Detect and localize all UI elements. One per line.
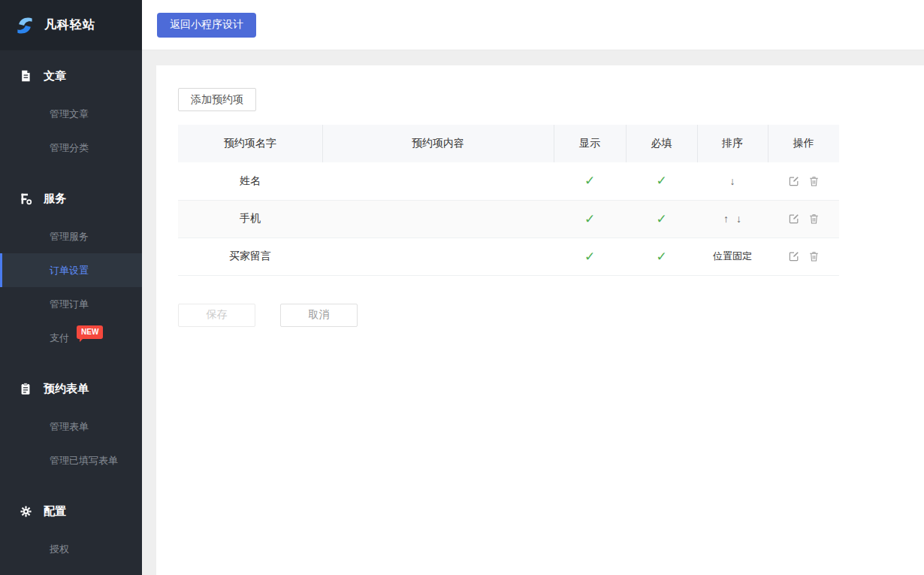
item-content (322, 162, 554, 200)
main-area: 返回小程序设计 添加预约项 预约项名字 预约项内容 显示 必填 (142, 0, 924, 575)
display-check-icon[interactable]: ✓ (584, 212, 595, 226)
sidebar-item-label: 管理分类 (50, 141, 89, 155)
new-badge: NEW (77, 325, 103, 339)
booking-items-table: 预约项名字 预约项内容 显示 必填 排序 操作 姓名 (178, 125, 839, 276)
sidebar-item-manage-filled-forms[interactable]: 管理已填写表单 (0, 443, 142, 477)
sidebar-section-services: 服务 (0, 183, 142, 213)
item-content (322, 238, 554, 275)
form-icon (19, 382, 32, 395)
sidebar-section-booking-forms: 预约表单 (0, 374, 142, 404)
item-name: 手机 (178, 200, 322, 238)
back-to-designer-button[interactable]: 返回小程序设计 (157, 13, 256, 38)
sort-up-icon[interactable]: ↑ (723, 213, 729, 225)
sidebar-items-booking-forms: 管理表单 管理已填写表单 (0, 410, 142, 477)
topbar: 返回小程序设计 (142, 0, 924, 50)
service-icon (19, 192, 32, 205)
sidebar-item-manage-forms[interactable]: 管理表单 (0, 410, 142, 443)
logo-row: 凡科轻站 (0, 0, 142, 50)
brand-logo-icon (14, 14, 36, 37)
app-title: 凡科轻站 (44, 17, 95, 33)
sidebar-item-manage-categories[interactable]: 管理分类 (0, 131, 142, 165)
sidebar-section-label: 配置 (44, 504, 66, 519)
delete-icon[interactable] (808, 250, 820, 262)
sidebar-section-label: 服务 (44, 192, 66, 206)
sidebar-item-payment[interactable]: 支付 NEW (0, 321, 142, 355)
sidebar-items-config: 授权 (0, 532, 142, 566)
required-check-icon[interactable]: ✓ (656, 174, 666, 188)
column-header-required: 必填 (626, 125, 697, 162)
sidebar-item-manage-services[interactable]: 管理服务 (0, 219, 142, 253)
sidebar-section-label: 预约表单 (44, 382, 89, 396)
sidebar-section-label: 文章 (44, 69, 66, 83)
sidebar-item-manage-orders[interactable]: 管理订单 (0, 287, 142, 321)
sort-fixed-label: 位置固定 (713, 250, 752, 262)
sidebar-item-label: 管理表单 (50, 420, 89, 434)
edit-icon[interactable] (788, 250, 800, 262)
sidebar-item-label: 支付 (50, 331, 69, 345)
sidebar-item-label: 订单设置 (50, 264, 89, 277)
sidebar-section-articles: 文章 (0, 61, 142, 91)
item-content (322, 200, 554, 238)
article-icon (19, 69, 32, 83)
required-check-icon[interactable]: ✓ (656, 250, 666, 264)
sidebar-item-label: 管理已填写表单 (50, 454, 118, 468)
required-check-icon[interactable]: ✓ (656, 212, 666, 226)
add-booking-item-button[interactable]: 添加预约项 (178, 88, 256, 111)
table-row: 买家留言 ✓ ✓ 位置固定 (178, 238, 839, 275)
column-header-sort: 排序 (697, 125, 768, 162)
delete-icon[interactable] (808, 213, 820, 225)
app-window: 凡科轻站 文章 管理文章 管理分类 (0, 0, 924, 575)
display-check-icon[interactable]: ✓ (584, 174, 595, 188)
display-check-icon[interactable]: ✓ (584, 250, 595, 264)
sidebar-items-articles: 管理文章 管理分类 (0, 97, 142, 165)
sidebar-item-label: 管理文章 (50, 107, 89, 121)
edit-icon[interactable] (788, 213, 800, 225)
table-header-row: 预约项名字 预约项内容 显示 必填 排序 操作 (178, 125, 839, 162)
content-card: 添加预约项 预约项名字 预约项内容 显示 必填 排序 (156, 65, 924, 575)
delete-icon[interactable] (808, 175, 820, 187)
sort-down-icon[interactable]: ↓ (736, 213, 741, 225)
sidebar-section-config: 配置 (0, 496, 142, 526)
sidebar-item-authorization[interactable]: 授权 (0, 532, 142, 566)
sidebar-item-order-settings[interactable]: 订单设置 (0, 253, 142, 287)
item-name: 买家留言 (178, 238, 322, 275)
gear-icon (19, 504, 32, 518)
column-header-display: 显示 (554, 125, 626, 162)
sidebar-item-label: 管理服务 (50, 230, 89, 244)
sidebar-item-label: 管理订单 (50, 298, 89, 311)
column-header-actions: 操作 (768, 125, 839, 162)
footer-buttons: 保存 取消 (178, 304, 924, 327)
edit-icon[interactable] (788, 175, 800, 187)
sort-down-icon[interactable]: ↓ (730, 175, 735, 187)
column-header-name: 预约项名字 (178, 125, 322, 162)
table-row: 姓名 ✓ ✓ ↓ (178, 162, 839, 200)
sidebar-item-manage-articles[interactable]: 管理文章 (0, 97, 142, 131)
column-header-content: 预约项内容 (322, 125, 554, 162)
sidebar-items-services: 管理服务 订单设置 管理订单 支付 NEW (0, 219, 142, 355)
sidebar-item-label: 授权 (50, 543, 69, 556)
cancel-button[interactable]: 取消 (280, 304, 358, 327)
sidebar: 凡科轻站 文章 管理文章 管理分类 (0, 0, 142, 575)
save-button[interactable]: 保存 (178, 304, 255, 327)
item-name: 姓名 (178, 162, 322, 200)
table-row: 手机 ✓ ✓ ↑↓ (178, 200, 839, 238)
